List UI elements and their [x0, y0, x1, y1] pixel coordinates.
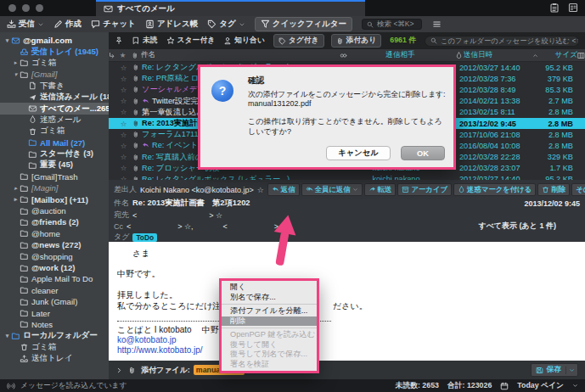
twisty-icon[interactable]: ▾ [3, 333, 11, 339]
menu-item[interactable]: 署名を検証 [222, 360, 317, 370]
tab-all-mail[interactable]: すべてのメール [96, 0, 365, 16]
cancel-button[interactable]: キャンセル [326, 146, 391, 160]
star-column-header[interactable]: ★ [116, 51, 129, 59]
folder-item[interactable]: @home [0, 228, 109, 239]
twisty-icon[interactable]: ▸ [12, 196, 20, 203]
folder-item[interactable]: Notes [0, 319, 109, 330]
folder-item[interactable]: ▾ [Gmail] [0, 69, 109, 80]
star-toggle[interactable]: ☆ [117, 75, 130, 83]
action-button[interactable]: 迷惑マークを付ける [453, 183, 536, 196]
folder-item[interactable]: 受信トレイ (1945) [0, 46, 109, 57]
star-toggle[interactable]: ☆ [117, 97, 130, 105]
action-button[interactable]: 削除 [537, 183, 570, 196]
folder-item[interactable]: @auction [0, 205, 109, 216]
global-search-input[interactable]: 検索 <⌘K> [362, 19, 422, 30]
menu-item[interactable]: 削除 [222, 316, 317, 327]
today-pane-toggle[interactable]: Today ペイン [517, 381, 564, 391]
filter-unread[interactable]: 未読 [132, 36, 158, 46]
folder-item[interactable]: スター付き (3) [0, 148, 109, 160]
filter-toggle[interactable]: 添付あり [331, 34, 382, 48]
junk-column-icon[interactable] [455, 52, 463, 59]
folder-item[interactable]: ▾ ローカルフォルダー [0, 330, 109, 341]
folder-item[interactable]: ゴミ箱 [0, 126, 109, 137]
filter-toggle[interactable]: タグ付き [273, 34, 324, 48]
menu-item[interactable]: 開く [222, 283, 317, 293]
folder-item[interactable]: 送信トレイ [0, 353, 109, 364]
menu-item[interactable]: 復号して別名で保存... [222, 350, 317, 360]
action-button[interactable]: 転送 [364, 183, 397, 196]
date-column-header[interactable]: 送信日時 [464, 50, 540, 60]
column-picker-icon[interactable] [577, 52, 585, 59]
folder-item[interactable]: @work (12) [0, 262, 109, 273]
toolbar-button[interactable]: 作成 [53, 19, 82, 30]
folder-item[interactable]: ▸ [Magin] [0, 182, 109, 193]
folder-item[interactable]: @friends (2) [0, 216, 109, 227]
link-column-icon[interactable] [340, 52, 347, 59]
correspondent-column-header[interactable]: 通信相手 [347, 50, 453, 60]
twisty-icon[interactable]: ▾ [12, 71, 20, 78]
menu-item[interactable] [222, 328, 317, 328]
show-all-link[interactable]: すべて表示 (あと 1 件) [478, 221, 556, 232]
toolbar-button[interactable]: チャット [91, 19, 136, 30]
menu-item[interactable]: OpenPGP 鍵を読み込む [222, 330, 317, 340]
twisty-icon[interactable]: ▸ [12, 59, 20, 66]
folder-item[interactable]: All Mail (27) [0, 137, 109, 148]
folder-item[interactable]: @shopping [0, 250, 109, 261]
toolbar-button[interactable]: クイックフィルター [255, 17, 352, 31]
toolbar-button[interactable]: タグ [207, 19, 245, 30]
save-attachment-button[interactable]: 保存 [531, 363, 578, 377]
folder-item[interactable]: ▸ ゴミ箱 [0, 58, 109, 69]
star-toggle[interactable]: ☆ [117, 120, 130, 128]
menu-item[interactable]: 別名で保存... [222, 293, 317, 303]
website-link[interactable]: http://www.kotobato.jp/ [117, 345, 577, 356]
folder-item[interactable]: Later [0, 307, 109, 318]
star-toggle[interactable]: ☆ [117, 64, 130, 72]
action-button[interactable]: アーカイブ [397, 183, 452, 196]
star-toggle[interactable]: ☆ [117, 142, 130, 150]
folder-item[interactable]: [Gmail]Trash [0, 171, 109, 182]
filter-contact[interactable]: 知り合い [223, 36, 265, 46]
filter-search-input[interactable]: このフォルダーのメッセージを絞り込む <⇧⌘K> [425, 36, 579, 47]
close-button[interactable] [8, 4, 16, 12]
tasks-tab-button[interactable] [568, 3, 578, 13]
folder-item[interactable]: 送信済みメール (18) [0, 92, 109, 103]
toolbar-button[interactable]: 受信 [7, 19, 44, 30]
action-button[interactable]: 返信 [267, 183, 300, 196]
star-toggle[interactable]: ☆ [117, 153, 130, 161]
star-toggle[interactable]: ☆ [117, 108, 130, 116]
action-button[interactable]: その他 [571, 183, 585, 196]
message-row[interactable]: ☆ Re: レクタングルボックス (レギュラー...) koichi nakan… [109, 174, 585, 180]
filter-starred[interactable]: スター付き [166, 36, 216, 46]
chevron-down-icon[interactable] [569, 367, 575, 373]
action-button[interactable]: 全員に返信 [301, 183, 363, 196]
folder-item[interactable]: Junk (Gmail) [0, 296, 109, 307]
menu-item[interactable] [222, 304, 317, 305]
folder-item[interactable]: 重要 (45) [0, 160, 109, 171]
menu-item[interactable]: 復号して開く [222, 340, 317, 350]
sticky-filter-icon[interactable] [115, 36, 123, 45]
star-contact-toggle[interactable]: ☆ [257, 186, 264, 194]
folder-item[interactable]: ▸ [Mailbox] (+11) [0, 193, 109, 204]
thread-column-icon[interactable] [109, 52, 116, 59]
twisty-icon[interactable]: ▾ [3, 37, 11, 44]
folder-item[interactable]: 下書き [0, 81, 109, 92]
email-link[interactable]: ko@kotobato.jp [117, 335, 577, 345]
folder-item[interactable]: cleaner [0, 285, 109, 296]
size-column-header[interactable]: サイズ [540, 50, 577, 60]
folder-item[interactable]: Apple Mail To Do [0, 273, 109, 284]
folder-item[interactable]: ▾ @gmail.com [0, 35, 109, 46]
app-menu-button[interactable] [431, 20, 442, 29]
calendar-tab-button[interactable] [549, 3, 560, 13]
twisty-icon[interactable]: ▸ [12, 185, 20, 192]
star-toggle[interactable]: ☆ [117, 131, 130, 139]
minimize-button[interactable] [22, 4, 30, 12]
zoom-button[interactable] [36, 4, 43, 12]
folder-item[interactable]: ゴミ箱 [0, 342, 109, 353]
chevron-down-icon[interactable] [572, 383, 578, 389]
star-toggle[interactable]: ☆ [117, 86, 130, 94]
folder-item[interactable]: すべてのメー...2653) [0, 103, 109, 114]
folder-item[interactable]: @news (272) [0, 239, 109, 250]
star-toggle[interactable]: ☆ [117, 164, 130, 172]
menu-item[interactable]: 添付ファイルを分離... [222, 306, 317, 316]
expand-attachments-button[interactable] [115, 367, 123, 374]
